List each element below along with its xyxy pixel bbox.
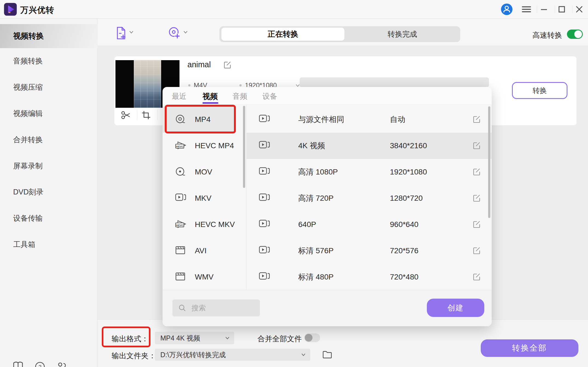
preset-resolution: 960*640 (390, 220, 418, 229)
preset-label: 640P (298, 220, 316, 229)
fast-convert-label: 高速转换 (532, 30, 562, 40)
app-logo-icon (4, 3, 17, 16)
format-item-mkv[interactable]: MKV (163, 185, 246, 211)
merge-all-toggle[interactable] (304, 333, 320, 342)
edit-preset-icon[interactable] (473, 273, 481, 281)
clapperboard-icon (175, 245, 186, 256)
popup-tab-recent[interactable]: 最近 (172, 91, 187, 101)
sidebar-item-toolbox[interactable]: 工具箱 (0, 232, 97, 257)
preset-label: 高清 1080P (298, 167, 338, 177)
edit-preset-icon[interactable] (473, 246, 481, 255)
add-file-icon[interactable] (116, 27, 127, 40)
add-file-dropdown-chevron[interactable] (129, 31, 133, 33)
fast-convert-toggle[interactable] (567, 30, 583, 39)
active-tab-underline (202, 102, 218, 104)
format-item-hevc-mp4[interactable]: HEVC HEVC MP4 (163, 133, 246, 159)
format-item-hevc-mkv[interactable]: HEVC HEVC MKV (163, 211, 246, 238)
camcorder-icon (259, 272, 271, 282)
format-panel: MP4 HEVC HEVC MP4 MOV MKV HEVC HEVC MKV … (163, 104, 492, 290)
add-dvd-icon[interactable] (168, 27, 181, 39)
preset-label: 4K 视频 (298, 141, 325, 151)
popup-tab-video[interactable]: 视频 (202, 91, 218, 102)
sidebar-item-video-compress[interactable]: 视频压缩 (0, 75, 97, 99)
menu-icon[interactable] (521, 4, 532, 14)
popup-footer: 创建 (163, 290, 492, 326)
format-item-wmv[interactable]: WMV (163, 264, 246, 290)
camcorder-icon (175, 193, 186, 204)
convert-button[interactable]: 转换 (512, 82, 567, 99)
trim-icon[interactable] (121, 110, 131, 120)
convert-all-button[interactable]: 转换全部 (481, 339, 578, 357)
edit-preset-icon[interactable] (473, 168, 481, 176)
create-preset-button[interactable]: 创建 (427, 299, 484, 317)
divider (137, 110, 137, 120)
divider (572, 5, 573, 13)
search-input[interactable] (192, 301, 256, 315)
format-item-avi[interactable]: AVI (163, 238, 246, 264)
sidebar-item-merge-convert[interactable]: 合并转换 (0, 128, 97, 152)
edit-preset-icon[interactable] (473, 194, 481, 203)
camcorder-icon (259, 219, 271, 230)
file-details-chevron[interactable] (296, 84, 300, 87)
disc-icon (175, 167, 186, 177)
community-icon[interactable] (56, 361, 68, 367)
sidebar-item-label: DVD刻录 (13, 187, 44, 197)
add-dvd-dropdown-chevron[interactable] (184, 31, 187, 33)
converter-toolbar: 正在转换 转换完成 高速转换 (98, 19, 588, 46)
sidebar-item-label: 设备传输 (13, 213, 43, 223)
format-label: MKV (195, 194, 212, 203)
preset-resolution: 720*480 (390, 273, 418, 281)
svg-text:?: ? (39, 364, 42, 367)
popup-tab-device[interactable]: 设备 (262, 91, 277, 101)
edit-preset-icon[interactable] (473, 220, 481, 229)
preset-row-1080p[interactable]: 高清 1080P 1920*1080 (246, 159, 492, 185)
sidebar-item-dvd-burn[interactable]: DVD刻录 (0, 180, 97, 204)
format-item-mp4[interactable]: MP4 (163, 106, 235, 133)
convert-all-label: 转换全部 (512, 343, 547, 352)
sidebar-item-audio-convert[interactable]: 音频转换 (0, 49, 97, 73)
preset-row-720p[interactable]: 高清 720P 1280*720 (246, 185, 492, 211)
preset-resolution: 720*576 (390, 246, 418, 255)
maximize-button[interactable] (556, 4, 567, 14)
format-list-scrollbar[interactable] (243, 106, 245, 188)
edit-preset-icon[interactable] (473, 115, 481, 124)
preset-row-480p[interactable]: 标清 480P 720*480 (246, 264, 492, 290)
preset-row-576p[interactable]: 标清 576P 720*576 (246, 238, 492, 264)
output-folder-value: D:\万兴优转\转换完成 (160, 350, 226, 359)
tab-finished[interactable]: 转换完成 (344, 26, 460, 42)
hevc-badge-icon: HEVC (175, 140, 186, 151)
output-folder-dropdown[interactable]: D:\万兴优转\转换完成 (155, 349, 310, 361)
preset-row-640p[interactable]: 640P 960*640 (246, 211, 492, 238)
thumbnail-image-texture (134, 60, 161, 108)
edit-preset-icon[interactable] (473, 141, 481, 150)
close-button[interactable] (574, 4, 585, 14)
popup-tab-audio[interactable]: 音频 (233, 91, 247, 101)
camcorder-icon (259, 167, 271, 177)
account-avatar[interactable] (501, 3, 513, 15)
user-guide-icon[interactable] (13, 361, 25, 367)
sidebar-item-video-edit[interactable]: 视频编辑 (0, 101, 97, 126)
merge-all-label: 合并全部文件 (257, 334, 302, 344)
minimize-button[interactable] (538, 4, 549, 14)
format-label: HEVC MKV (195, 220, 235, 229)
output-format-dropdown[interactable]: MP4 4K 视频 (155, 332, 234, 344)
crop-icon[interactable] (141, 110, 151, 120)
preset-row-same-as-source[interactable]: 与源文件相同 自动 (246, 106, 492, 133)
help-icon[interactable]: ? (34, 361, 47, 367)
tab-converting[interactable]: 正在转换 (221, 28, 344, 41)
browse-folder-icon[interactable] (322, 350, 332, 359)
preset-label: 高清 720P (298, 193, 334, 203)
convert-status-tabs: 正在转换 转换完成 (219, 26, 460, 42)
sidebar-item-device-transfer[interactable]: 设备传输 (0, 206, 97, 230)
format-label: HEVC MP4 (195, 141, 234, 150)
preset-row-4k[interactable]: 4K 视频 3840*2160 (246, 133, 492, 159)
preset-list-scrollbar[interactable] (488, 106, 490, 218)
sidebar-item-screen-record[interactable]: 屏幕录制 (0, 154, 97, 178)
format-item-mov[interactable]: MOV (163, 159, 246, 185)
create-button-label: 创建 (447, 304, 464, 312)
camcorder-icon (259, 114, 271, 125)
output-format-popup: 最近 视频 音频 设备 MP4 HEVC HEVC MP4 MOV MKV HE… (163, 87, 492, 326)
sidebar-item-video-convert[interactable]: 视频转换 (0, 24, 97, 48)
rename-icon[interactable] (223, 61, 231, 69)
format-search-box[interactable] (172, 299, 260, 316)
